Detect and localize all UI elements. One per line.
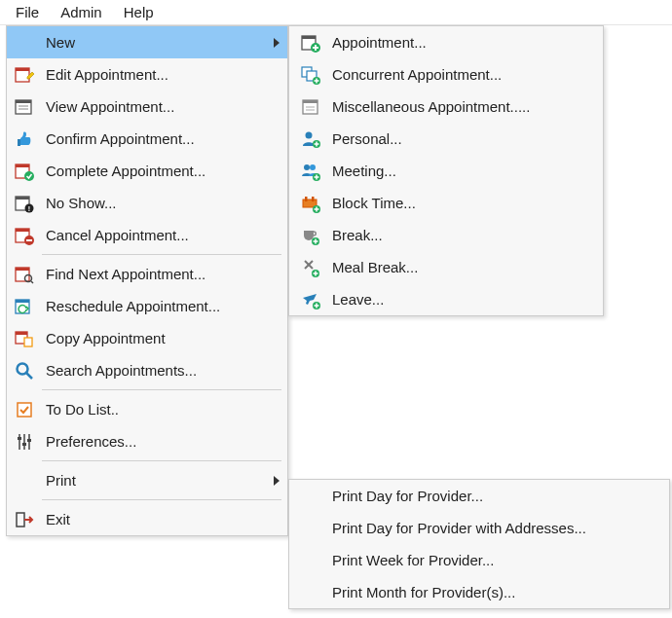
submenu-print-week[interactable]: Print Week for Provider... <box>289 544 669 576</box>
menu-label: Print Day for Provider... <box>332 488 661 504</box>
cup-add-icon <box>299 224 322 247</box>
svg-point-55 <box>310 164 316 170</box>
menu-exit[interactable]: Exit <box>7 503 287 535</box>
menu-confirm-appointment[interactable]: Confirm Appointment... <box>7 123 287 155</box>
plane-add-icon <box>299 288 322 311</box>
calendar-view-icon <box>13 95 36 119</box>
menu-label: Print <box>46 472 266 489</box>
exit-icon <box>13 508 36 531</box>
todo-icon <box>13 398 36 421</box>
svg-rect-25 <box>24 338 32 346</box>
menu-find-next[interactable]: Find Next Appointment... <box>7 258 287 290</box>
menu-todo-list[interactable]: To Do List.. <box>7 393 287 425</box>
svg-rect-61 <box>312 197 315 201</box>
person-add-icon <box>299 127 322 151</box>
svg-rect-37 <box>302 36 316 39</box>
calendar-check-icon <box>13 160 36 183</box>
menu-search-appointments[interactable]: Search Appointments... <box>7 354 287 386</box>
sliders-icon <box>13 430 36 454</box>
menu-label: No Show... <box>46 195 280 211</box>
menubar-file[interactable]: File <box>6 2 49 22</box>
submenu-block-time[interactable]: Block Time... <box>289 187 603 219</box>
menu-label: Complete Appointment... <box>46 163 280 179</box>
calendar-cancel-icon <box>13 224 36 247</box>
svg-rect-35 <box>17 513 24 527</box>
separator <box>42 499 281 500</box>
print-submenu: Print Day for Provider... Print Day for … <box>288 479 670 609</box>
separator <box>42 460 281 461</box>
menu-label: Preferences... <box>46 433 280 450</box>
submenu-personal[interactable]: Personal... <box>289 123 603 155</box>
menu-label: Reschedule Appointment... <box>46 298 280 314</box>
svg-rect-7 <box>16 164 29 167</box>
submenu-appointment[interactable]: Appointment... <box>289 26 603 58</box>
chevron-right-icon <box>274 476 280 486</box>
svg-rect-34 <box>27 439 31 442</box>
menu-edit-appointment[interactable]: Edit Appointment... <box>7 58 287 91</box>
submenu-meeting[interactable]: Meeting... <box>289 155 603 187</box>
menu-cancel-appointment[interactable]: Cancel Appointment... <box>7 219 287 251</box>
menu-label: Miscellaneous Appointment..... <box>332 98 595 115</box>
menu-label: Exit <box>46 511 280 527</box>
menu-copy-appointment[interactable]: Copy Appointment <box>7 322 287 354</box>
svg-point-54 <box>304 164 310 170</box>
svg-text:!: ! <box>28 205 30 212</box>
menu-label: Print Week for Provider... <box>332 552 661 568</box>
svg-line-27 <box>26 373 32 379</box>
svg-point-8 <box>24 171 34 181</box>
menu-no-show[interactable]: ! No Show... <box>7 187 287 219</box>
calendar-misc-icon <box>299 95 322 119</box>
menu-label: Confirm Appointment... <box>46 130 280 147</box>
menu-view-appointment[interactable]: View Appointment... <box>7 91 287 123</box>
calendar-concurrent-icon <box>299 63 322 87</box>
separator <box>42 254 281 255</box>
svg-rect-14 <box>16 229 29 232</box>
menu-complete-appointment[interactable]: Complete Appointment... <box>7 155 287 187</box>
search-icon <box>13 359 36 382</box>
calendar-copy-icon <box>13 327 36 350</box>
menu-label: Edit Appointment... <box>46 66 280 83</box>
calendar-edit-icon <box>13 63 36 87</box>
menu-new[interactable]: New <box>7 26 287 58</box>
menu-label: Find Next Appointment... <box>46 266 280 282</box>
svg-rect-28 <box>18 403 31 417</box>
submenu-leave[interactable]: Leave... <box>289 283 603 315</box>
calendar-search-icon <box>13 263 36 286</box>
submenu-break[interactable]: Break... <box>289 219 603 251</box>
submenu-print-day-addresses[interactable]: Print Day for Provider with Addresses... <box>289 512 669 544</box>
menu-label: Break... <box>332 227 595 243</box>
menu-label: To Do List.. <box>46 401 280 418</box>
menubar-help[interactable]: Help <box>114 2 164 22</box>
svg-rect-10 <box>16 197 29 200</box>
calendar-reschedule-icon <box>13 295 36 318</box>
svg-line-20 <box>31 281 33 283</box>
menu-reschedule[interactable]: Reschedule Appointment... <box>7 290 287 322</box>
menu-label: Personal... <box>332 130 595 147</box>
menubar-admin[interactable]: Admin <box>51 2 112 22</box>
svg-rect-47 <box>303 100 317 103</box>
submenu-misc[interactable]: Miscellaneous Appointment..... <box>289 91 603 123</box>
submenu-print-month[interactable]: Print Month for Provider(s)... <box>289 576 669 608</box>
menu-label: Cancel Appointment... <box>46 227 280 243</box>
menu-label: Block Time... <box>332 195 595 211</box>
submenu-meal-break[interactable]: Meal Break... <box>289 251 603 283</box>
svg-rect-60 <box>305 197 308 201</box>
separator <box>42 389 281 390</box>
menu-label: Search Appointments... <box>46 362 280 379</box>
calendar-alert-icon: ! <box>13 192 36 215</box>
people-add-icon <box>299 160 322 183</box>
svg-rect-33 <box>22 443 26 446</box>
svg-rect-32 <box>18 437 21 440</box>
block-time-icon <box>299 192 322 215</box>
menu-label: Leave... <box>332 291 595 308</box>
submenu-print-day[interactable]: Print Day for Provider... <box>289 480 669 512</box>
svg-point-26 <box>18 363 28 374</box>
svg-rect-22 <box>16 300 29 303</box>
submenu-concurrent[interactable]: Concurrent Appointment... <box>289 58 603 91</box>
calendar-add-icon <box>299 31 322 55</box>
menu-label: New <box>46 34 266 51</box>
menu-print[interactable]: Print <box>7 464 287 496</box>
menu-preferences[interactable]: Preferences... <box>7 425 287 457</box>
menu-label: Concurrent Appointment... <box>332 66 595 83</box>
menu-label: Meal Break... <box>332 259 595 275</box>
